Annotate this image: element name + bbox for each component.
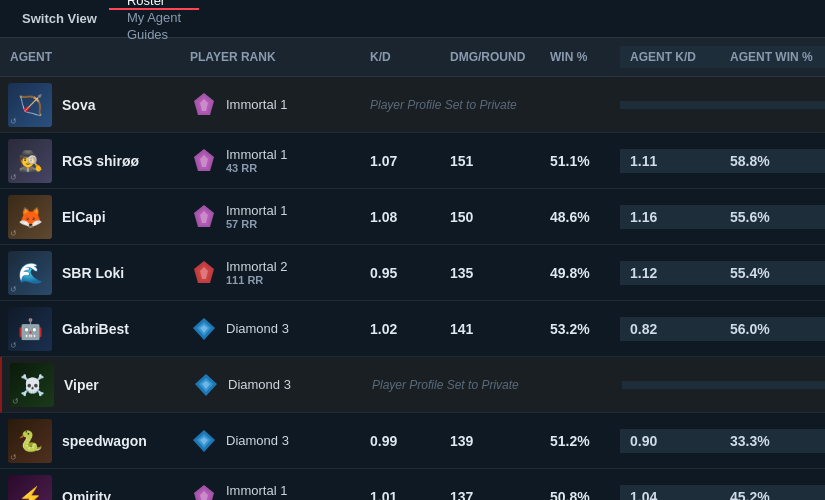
agent-emoji: 🤖 (18, 317, 43, 341)
agent-name: speedwagon (62, 433, 147, 449)
agent-cell-sbr-loki: 🌊 ↺ SBR Loki (0, 247, 180, 299)
rank-rr: 57 RR (226, 218, 287, 230)
refresh-icon: ↺ (10, 453, 17, 462)
col-agent-win: Agent Win % (720, 46, 825, 68)
table-row[interactable]: 🦊 ↺ ElCapi Immortal 1 57 RR 1.08 150 48.… (0, 189, 825, 245)
win-cell: 51.2% (540, 429, 620, 453)
kd-cell: 1.02 (360, 317, 440, 341)
col-agent: Agent (0, 46, 180, 68)
rank-name: Immortal 1 (226, 483, 287, 498)
win-cell: 49.8% (540, 261, 620, 285)
kd-cell: 0.95 (360, 261, 440, 285)
agent-win-cell: 56.0% (720, 317, 825, 341)
dmg-cell: 137 (440, 485, 540, 501)
refresh-icon: ↺ (10, 341, 17, 350)
rank-name: Immortal 1 (226, 203, 287, 218)
agent-avatar: 🕵️ ↺ (8, 139, 52, 183)
agent-avatar: ⚡ ↺ (8, 475, 52, 501)
col-player-rank: Player Rank (180, 46, 360, 68)
kd-cell: 1.01 (360, 485, 440, 501)
table-row[interactable]: 🏹 ↺ Sova Immortal 1 Player Profile Set t… (0, 77, 825, 133)
agent-avatar: 🌊 ↺ (8, 251, 52, 295)
rank-name: Diamond 3 (226, 321, 289, 336)
agent-kd-cell: 0.90 (620, 429, 720, 453)
table-row[interactable]: 🕵️ ↺ RGS shirøø Immortal 1 43 RR 1.07 15… (0, 133, 825, 189)
rank-cell-rgs-shiroo: Immortal 1 43 RR (180, 143, 360, 179)
agent-avatar: 🏹 ↺ (8, 83, 52, 127)
nav-tab-roster[interactable]: Roster (109, 0, 199, 10)
rank-name: Immortal 2 (226, 259, 287, 274)
table-row[interactable]: 🤖 ↺ GabriBest Diamond 3 1.02 141 53.2% 0… (0, 301, 825, 357)
refresh-icon: ↺ (10, 173, 17, 182)
rank-cell-viper: Diamond 3 (182, 367, 362, 403)
agent-emoji: 🕵️ (18, 149, 43, 173)
agent-kd-cell (622, 381, 722, 389)
agent-kd-cell (620, 101, 720, 109)
dmg-cell: 150 (440, 205, 540, 229)
rank-icon (190, 427, 218, 455)
agent-win-cell (722, 381, 825, 389)
rank-rr: 43 RR (226, 162, 287, 174)
win-cell: 53.2% (540, 317, 620, 341)
refresh-icon: ↺ (10, 285, 17, 294)
agent-cell-gabribest: 🤖 ↺ GabriBest (0, 303, 180, 355)
nav-tab-guides[interactable]: Guides (109, 27, 199, 44)
rank-icon (192, 371, 220, 399)
agent-kd-cell: 1.04 (620, 485, 720, 501)
agent-emoji: ⚡ (18, 485, 43, 501)
col-agent-kd: Agent K/D (620, 46, 720, 68)
rank-info: Immortal 2 111 RR (226, 259, 287, 286)
refresh-icon: ↺ (12, 397, 19, 406)
table-row[interactable]: ⚡ ↺ Omirity Immortal 1 22 RR 1.01 137 50… (0, 469, 825, 500)
rank-icon (190, 147, 218, 175)
dmg-cell: 151 (440, 149, 540, 173)
rank-cell-sova: Immortal 1 (180, 87, 360, 123)
agent-win-cell: 33.3% (720, 429, 825, 453)
agent-kd-cell: 1.12 (620, 261, 720, 285)
top-nav: Switch View RosterMy AgentGuides (0, 0, 825, 38)
rank-name: Immortal 1 (226, 97, 287, 112)
rank-icon (190, 91, 218, 119)
table-row[interactable]: 🌊 ↺ SBR Loki Immortal 2 111 RR 0.95 135 … (0, 245, 825, 301)
agent-name: ElCapi (62, 209, 106, 225)
rank-cell-gabribest: Diamond 3 (180, 311, 360, 347)
agent-emoji: 🦊 (18, 205, 43, 229)
agent-cell-elcapi: 🦊 ↺ ElCapi (0, 191, 180, 243)
dmg-cell: 139 (440, 429, 540, 453)
table-body: 🏹 ↺ Sova Immortal 1 Player Profile Set t… (0, 77, 825, 500)
kd-cell: 0.99 (360, 429, 440, 453)
rank-icon (190, 203, 218, 231)
switch-view-label: Switch View (10, 0, 109, 37)
agent-kd-cell: 0.82 (620, 317, 720, 341)
rank-icon (190, 259, 218, 287)
agent-emoji: 🏹 (18, 93, 43, 117)
rank-info: Diamond 3 (226, 433, 289, 448)
agent-cell-sova: 🏹 ↺ Sova (0, 79, 180, 131)
private-text: Player Profile Set to Private (362, 374, 622, 396)
rank-icon (190, 483, 218, 501)
rank-info: Diamond 3 (226, 321, 289, 336)
agent-emoji: 🌊 (18, 261, 43, 285)
rank-info: Immortal 1 57 RR (226, 203, 287, 230)
rank-info: Immortal 1 (226, 97, 287, 112)
private-text: Player Profile Set to Private (360, 94, 620, 116)
table-container: Agent Player Rank K/D Dmg/Round Win % Ag… (0, 38, 825, 500)
table-row[interactable]: 🐍 ↺ speedwagon Diamond 3 0.99 139 51.2% … (0, 413, 825, 469)
agent-avatar: 🤖 ↺ (8, 307, 52, 351)
col-win-pct: Win % (540, 46, 620, 68)
table-row[interactable]: ☠️ ↺ Viper Diamond 3 Player Profile Set … (0, 357, 825, 413)
agent-name: SBR Loki (62, 265, 124, 281)
agent-name: RGS shirøø (62, 153, 139, 169)
nav-tab-my-agent[interactable]: My Agent (109, 10, 199, 27)
win-cell: 48.6% (540, 205, 620, 229)
rank-name: Diamond 3 (228, 377, 291, 392)
agent-kd-cell: 1.11 (620, 149, 720, 173)
agent-avatar: 🐍 ↺ (8, 419, 52, 463)
rank-info: Immortal 1 43 RR (226, 147, 287, 174)
agent-name: Omirity (62, 489, 111, 501)
agent-win-cell: 55.4% (720, 261, 825, 285)
col-kd: K/D (360, 46, 440, 68)
rank-name: Diamond 3 (226, 433, 289, 448)
nav-tabs: RosterMy AgentGuides (109, 0, 199, 44)
agent-kd-cell: 1.16 (620, 205, 720, 229)
